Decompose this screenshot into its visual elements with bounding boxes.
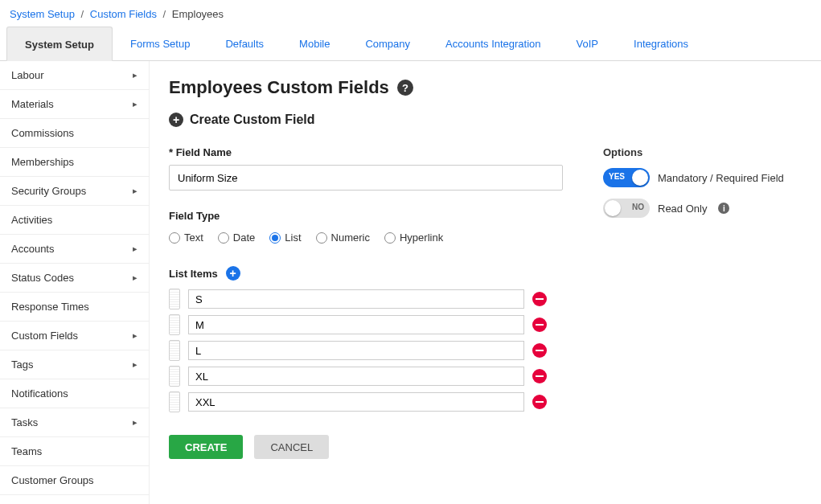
- mandatory-toggle[interactable]: YES: [603, 168, 650, 187]
- toggle-knob: [632, 170, 648, 186]
- sidebar: Labour▸Materials▸CommissionsMembershipsS…: [0, 61, 150, 504]
- list-item-row: [169, 289, 547, 309]
- chevron-right-icon: ▸: [133, 417, 138, 428]
- tab-defaults[interactable]: Defaults: [207, 27, 281, 60]
- tab-integrations[interactable]: Integrations: [616, 27, 706, 60]
- remove-item-icon[interactable]: [532, 369, 547, 383]
- field-type-radio-text[interactable]: [169, 232, 180, 244]
- drag-handle-icon[interactable]: [169, 340, 180, 361]
- field-type-text[interactable]: Text: [169, 232, 203, 244]
- sidebar-item-customer-groups[interactable]: Customer Groups: [0, 466, 149, 495]
- sidebar-item-teams[interactable]: Teams: [0, 437, 149, 466]
- list-item-input[interactable]: [188, 367, 524, 386]
- sidebar-item-label: Status Codes: [11, 272, 74, 284]
- cancel-button[interactable]: CANCEL: [254, 435, 329, 459]
- breadcrumb-custom-fields[interactable]: Custom Fields: [90, 8, 157, 20]
- list-item-row: [169, 314, 547, 335]
- tab-accounts-integration[interactable]: Accounts Integration: [428, 27, 559, 60]
- list-item-row: [169, 340, 547, 361]
- sidebar-item-label: Response Times: [11, 301, 89, 313]
- toggle-knob: [605, 200, 621, 216]
- breadcrumb-current: Employees: [172, 8, 224, 20]
- sidebar-item-label: Materials: [11, 98, 54, 110]
- tab-voip[interactable]: VoIP: [559, 27, 616, 60]
- field-name-input[interactable]: [169, 165, 563, 191]
- sidebar-item-tasks[interactable]: Tasks▸: [0, 408, 149, 437]
- list-item-row: [169, 391, 547, 412]
- field-type-radio-label: Numeric: [331, 232, 370, 244]
- create-button[interactable]: CREATE: [169, 435, 243, 459]
- chevron-right-icon: ▸: [133, 186, 138, 196]
- sidebar-item-label: Customer Groups: [11, 474, 94, 486]
- sidebar-item-memberships[interactable]: Memberships: [0, 148, 149, 177]
- sidebar-item-labour[interactable]: Labour▸: [0, 61, 149, 90]
- sidebar-item-tags[interactable]: Tags▸: [0, 350, 149, 379]
- list-item-input[interactable]: [188, 392, 524, 412]
- info-icon[interactable]: i: [718, 203, 729, 214]
- sidebar-item-label: Security Groups: [11, 185, 86, 197]
- list-item-input[interactable]: [188, 289, 524, 309]
- sidebar-item-label: Notifications: [11, 387, 68, 400]
- drag-handle-icon[interactable]: [169, 366, 180, 387]
- field-type-list[interactable]: List: [269, 232, 301, 244]
- sidebar-item-label: Teams: [11, 445, 42, 457]
- add-list-item-icon[interactable]: +: [226, 266, 240, 281]
- field-type-radio-list[interactable]: [269, 232, 281, 244]
- breadcrumb-system-setup[interactable]: System Setup: [10, 8, 75, 20]
- list-item-row: [169, 366, 547, 387]
- remove-item-icon[interactable]: [532, 318, 547, 332]
- sidebar-item-label: Memberships: [11, 156, 74, 168]
- sidebar-item-label: Commissions: [11, 127, 74, 139]
- drag-handle-icon[interactable]: [169, 391, 180, 412]
- sidebar-item-notifications[interactable]: Notifications: [0, 379, 149, 408]
- tab-system-setup[interactable]: System Setup: [6, 27, 113, 61]
- field-type-hyperlink[interactable]: Hyperlink: [384, 232, 443, 244]
- chevron-right-icon: ▸: [133, 359, 138, 370]
- field-name-label: * Field Name: [169, 146, 571, 158]
- sidebar-item-label: Tasks: [11, 416, 38, 428]
- remove-item-icon[interactable]: [532, 395, 547, 409]
- field-type-radio-label: Hyperlink: [400, 232, 443, 244]
- toggle-no-label: NO: [632, 203, 644, 211]
- field-type-radio-hyperlink[interactable]: [384, 232, 396, 244]
- drag-handle-icon[interactable]: [169, 289, 180, 309]
- sidebar-item-security-groups[interactable]: Security Groups▸: [0, 177, 149, 206]
- sidebar-item-custom-fields[interactable]: Custom Fields▸: [0, 322, 149, 350]
- field-type-numeric[interactable]: Numeric: [316, 232, 370, 244]
- field-type-label: Field Type: [169, 210, 571, 222]
- sub-header-title: Create Custom Field: [190, 113, 315, 127]
- remove-item-icon[interactable]: [532, 292, 547, 306]
- sidebar-item-label: Custom Fields: [11, 330, 78, 342]
- sidebar-item-commissions[interactable]: Commissions: [0, 119, 149, 148]
- tab-company[interactable]: Company: [347, 27, 428, 60]
- options-title: Options: [603, 146, 796, 158]
- plus-circle-icon: +: [169, 113, 183, 127]
- chevron-right-icon: ▸: [133, 70, 138, 80]
- field-type-radio-label: Date: [233, 232, 255, 244]
- list-item-input[interactable]: [188, 341, 524, 360]
- sidebar-item-response-times[interactable]: Response Times: [0, 293, 149, 322]
- sidebar-item-activities[interactable]: Activities: [0, 206, 149, 235]
- sidebar-item-materials[interactable]: Materials▸: [0, 90, 149, 119]
- help-icon[interactable]: ?: [397, 80, 413, 96]
- breadcrumb: System Setup / Custom Fields / Employees: [0, 0, 821, 27]
- remove-item-icon[interactable]: [532, 343, 547, 358]
- field-type-radio-numeric[interactable]: [316, 232, 327, 244]
- readonly-toggle[interactable]: NO: [603, 199, 650, 218]
- tab-mobile[interactable]: Mobile: [281, 27, 347, 60]
- list-item-input[interactable]: [188, 315, 524, 334]
- tab-forms-setup[interactable]: Forms Setup: [113, 27, 207, 60]
- drag-handle-icon[interactable]: [169, 314, 180, 335]
- sidebar-item-status-codes[interactable]: Status Codes▸: [0, 264, 149, 293]
- main-content: Employees Custom Fields ? + Create Custo…: [150, 61, 821, 504]
- sidebar-item-label: Accounts: [11, 243, 54, 255]
- sidebar-item-accounts[interactable]: Accounts▸: [0, 235, 149, 264]
- field-type-radio-date[interactable]: [218, 232, 229, 244]
- sidebar-item-label: Activities: [11, 214, 52, 226]
- top-nav: System SetupForms SetupDefaultsMobileCom…: [0, 27, 821, 61]
- field-type-date[interactable]: Date: [218, 232, 255, 244]
- sidebar-item-customer-profiles[interactable]: Customer Profiles: [0, 495, 149, 504]
- field-type-radio-label: List: [285, 232, 301, 244]
- readonly-label: Read Only: [658, 203, 707, 215]
- chevron-right-icon: ▸: [133, 330, 138, 341]
